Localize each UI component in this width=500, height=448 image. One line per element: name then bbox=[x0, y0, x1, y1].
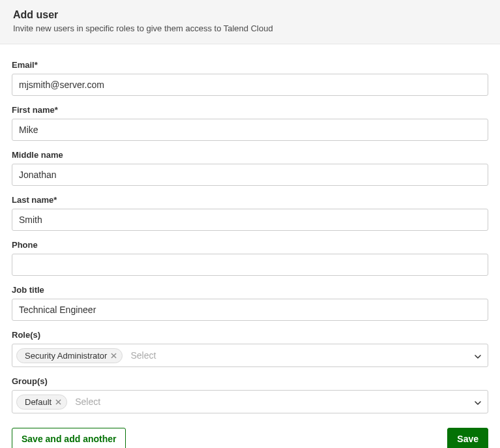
page-title: Add user bbox=[13, 9, 487, 21]
caret-down-icon bbox=[475, 396, 481, 408]
phone-label: Phone bbox=[12, 240, 488, 250]
email-field[interactable] bbox=[12, 74, 488, 96]
middle-name-label: Middle name bbox=[12, 150, 488, 160]
groups-label: Group(s) bbox=[12, 376, 488, 386]
groups-placeholder: Select bbox=[71, 396, 100, 407]
page-subtitle: Invite new users in specific roles to gi… bbox=[13, 23, 487, 33]
roles-label: Role(s) bbox=[12, 330, 488, 340]
middle-name-field[interactable] bbox=[12, 164, 488, 186]
remove-group-icon[interactable] bbox=[55, 399, 61, 405]
job-title-group: Job title bbox=[12, 285, 488, 321]
first-name-group: First name* bbox=[12, 105, 488, 141]
role-chip: Security Administrator bbox=[16, 348, 123, 363]
phone-field[interactable] bbox=[12, 254, 488, 276]
middle-name-group: Middle name bbox=[12, 150, 488, 186]
first-name-field[interactable] bbox=[12, 119, 488, 141]
roles-group: Role(s) Security Administrator Select bbox=[12, 330, 488, 367]
group-chip-label: Default bbox=[25, 397, 51, 407]
caret-down-icon bbox=[475, 350, 481, 361]
remove-role-icon[interactable] bbox=[111, 353, 117, 359]
last-name-field[interactable] bbox=[12, 209, 488, 231]
last-name-group: Last name* bbox=[12, 195, 488, 231]
add-user-form: Email* First name* Middle name Last name… bbox=[0, 44, 500, 448]
page-header: Add user Invite new users in specific ro… bbox=[0, 0, 500, 44]
job-title-label: Job title bbox=[12, 285, 488, 295]
group-chip: Default bbox=[16, 395, 67, 410]
save-button[interactable]: Save bbox=[447, 428, 488, 448]
form-footer: Save and add another Save bbox=[12, 428, 488, 448]
role-chip-label: Security Administrator bbox=[25, 351, 107, 361]
email-label: Email* bbox=[12, 60, 488, 70]
first-name-label: First name* bbox=[12, 105, 488, 115]
save-and-add-another-button[interactable]: Save and add another bbox=[12, 428, 126, 448]
job-title-field[interactable] bbox=[12, 299, 488, 321]
last-name-label: Last name* bbox=[12, 195, 488, 205]
groups-group: Group(s) Default Select bbox=[12, 376, 488, 413]
phone-group: Phone bbox=[12, 240, 488, 276]
email-group: Email* bbox=[12, 60, 488, 96]
roles-placeholder: Select bbox=[126, 350, 156, 361]
groups-select[interactable]: Default Select bbox=[12, 390, 488, 413]
roles-select[interactable]: Security Administrator Select bbox=[12, 344, 488, 367]
